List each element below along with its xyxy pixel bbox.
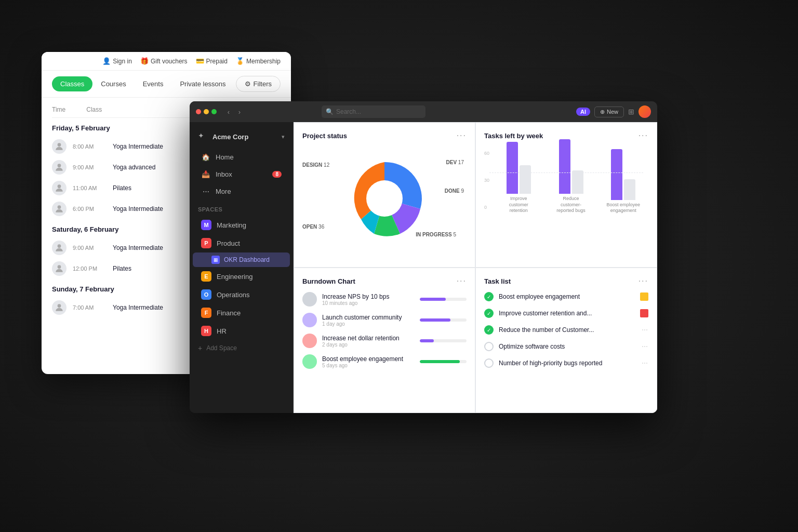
- gift-vouchers-label: Gift vouchers: [151, 58, 188, 65]
- finance-space-icon: F: [201, 308, 211, 318]
- ai-badge: AI: [576, 108, 590, 116]
- signin-item[interactable]: 👤 Sign in: [102, 57, 132, 65]
- task-check-done[interactable]: [484, 309, 494, 318]
- main-content: Project status ··· DESIGN 12 OPEN 36: [294, 122, 657, 413]
- minimize-dot[interactable]: [204, 109, 209, 114]
- avatar: [52, 300, 66, 315]
- class-time: 7:00 AM: [73, 304, 107, 311]
- panel-more-button[interactable]: ···: [639, 131, 648, 140]
- classes-tab[interactable]: Classes: [52, 76, 92, 91]
- progress-fill: [420, 360, 460, 363]
- plus-icon: +: [198, 344, 202, 352]
- signin-label: Sign in: [113, 58, 132, 65]
- membership-item[interactable]: 🏅 Membership: [236, 57, 281, 65]
- new-button[interactable]: ⊕ New: [594, 107, 624, 117]
- back-arrow[interactable]: ‹: [224, 107, 233, 116]
- sidebar-item-label: Finance: [217, 309, 241, 317]
- add-space-button[interactable]: + Add Space: [190, 340, 293, 356]
- bar-gray: [624, 179, 635, 200]
- marketing-space-icon: M: [201, 220, 211, 230]
- forward-arrow[interactable]: ›: [235, 107, 244, 116]
- user-avatar[interactable]: [639, 105, 651, 118]
- dashboard-grid: Project status ··· DESIGN 12 OPEN 36: [294, 122, 657, 413]
- open-label: OPEN 36: [302, 224, 324, 230]
- list-item[interactable]: Reduce the number of Customer... ⋯: [484, 325, 648, 335]
- class-time: 12:00 PM: [73, 265, 107, 272]
- task-name: Reduce the number of Customer...: [499, 326, 636, 334]
- search-bar[interactable]: 🔍 Search...: [322, 105, 425, 118]
- sidebar: ✦ Acme Corp ▾ 🏠 Home 📥 Inbox 8 ⋯ More Sp…: [190, 122, 294, 413]
- svg-point-3: [58, 205, 61, 209]
- task-options-icon[interactable]: ⋯: [642, 326, 648, 334]
- sidebar-item-more[interactable]: ⋯ More: [193, 183, 290, 200]
- close-dot[interactable]: [196, 109, 201, 114]
- list-item[interactable]: Increase NPS by 10 bps 10 minutes ago: [302, 292, 467, 307]
- task-list: Boost employee engagement Improve custom…: [484, 292, 648, 368]
- panel-title: Tasks left by week: [484, 132, 543, 140]
- progress-bar: [420, 339, 467, 342]
- filters-button[interactable]: ⚙ Filters: [236, 76, 281, 92]
- burndown-info: Boost employee engagement 5 days ago: [322, 355, 415, 368]
- panel-more-button[interactable]: ···: [457, 276, 467, 286]
- class-header: Class: [86, 106, 102, 113]
- list-item[interactable]: Boost employee engagement 5 days ago: [302, 354, 467, 369]
- project-status-panel: Project status ··· DESIGN 12 OPEN 36: [294, 122, 475, 268]
- burndown-time: 10 minutes ago: [322, 300, 415, 306]
- list-item[interactable]: Launch customer community 1 day ago: [302, 313, 467, 327]
- sidebar-item-okr-dashboard[interactable]: ▦ OKR Dashboard: [193, 252, 290, 267]
- svg-point-7: [366, 180, 403, 217]
- burndown-name: Increase NPS by 10 bps: [322, 293, 415, 300]
- org-switcher[interactable]: ✦ Acme Corp ▾: [190, 128, 293, 148]
- sidebar-item-engineering[interactable]: E Engineering: [193, 268, 290, 285]
- class-name: Pilates: [113, 265, 131, 272]
- sidebar-item-label: Engineering: [217, 273, 252, 281]
- panel-header: Task list ···: [484, 276, 648, 286]
- gift-vouchers-item[interactable]: 🎁 Gift vouchers: [140, 57, 188, 65]
- list-item[interactable]: Number of high-priority bugs reported ⋯: [484, 358, 648, 368]
- burndown-info: Increase net dollar retention 2 days ago: [322, 335, 415, 348]
- task-check-open[interactable]: [484, 342, 494, 351]
- titlebar-actions: AI ⊕ New ⊞: [576, 105, 651, 118]
- sidebar-item-hr[interactable]: H HR: [193, 322, 290, 340]
- task-options-icon[interactable]: ⋯: [642, 360, 648, 367]
- private-lessons-tab[interactable]: Private lessons: [171, 76, 234, 91]
- bar-group-1: Reduce customer-reported bugs: [550, 139, 592, 214]
- progress-bar: [420, 298, 467, 301]
- task-check-open[interactable]: [484, 358, 494, 368]
- avatar: [302, 354, 317, 369]
- prepaid-item[interactable]: 💳 Prepaid: [196, 57, 228, 65]
- task-options-icon[interactable]: ⋯: [642, 343, 648, 350]
- grid-icon[interactable]: ⊞: [628, 108, 634, 116]
- list-item[interactable]: Improve customer retention and...: [484, 309, 648, 318]
- org-name: Acme Corp: [212, 133, 248, 141]
- titlebar: ‹ › 🔍 Search... AI ⊕ New ⊞: [190, 101, 657, 122]
- panel-title: Project status: [302, 132, 347, 140]
- y-label-60: 60: [484, 151, 489, 156]
- svg-point-0: [58, 143, 61, 147]
- gridline: [489, 172, 643, 173]
- sidebar-item-label: HR: [217, 327, 227, 335]
- task-check-done[interactable]: [484, 292, 494, 301]
- list-item[interactable]: Increase net dollar retention 2 days ago: [302, 334, 467, 348]
- bar-gray: [572, 170, 583, 194]
- sidebar-item-home[interactable]: 🏠 Home: [193, 149, 290, 165]
- panel-more-button[interactable]: ···: [457, 131, 467, 140]
- task-check-done[interactable]: [484, 325, 494, 335]
- flag-red-icon: [640, 309, 648, 317]
- burndown-time: 1 day ago: [322, 321, 415, 327]
- sidebar-item-operations[interactable]: O Operations: [193, 286, 290, 303]
- sidebar-item-product[interactable]: P Product: [193, 234, 290, 252]
- events-tab[interactable]: Events: [135, 76, 172, 91]
- list-item[interactable]: Optimize software costs ⋯: [484, 342, 648, 351]
- maximize-dot[interactable]: [211, 109, 217, 114]
- courses-tab[interactable]: Courses: [92, 76, 134, 91]
- list-item[interactable]: Boost employee engagement: [484, 292, 648, 301]
- more-icon: ⋯: [201, 187, 210, 196]
- sidebar-item-finance[interactable]: F Finance: [193, 304, 290, 322]
- sidebar-item-marketing[interactable]: M Marketing: [193, 216, 290, 234]
- search-icon: 🔍: [326, 108, 334, 115]
- class-time: 8:00 AM: [73, 143, 107, 150]
- panel-more-button[interactable]: ···: [639, 276, 648, 286]
- class-time: 9:00 AM: [73, 164, 107, 170]
- sidebar-item-inbox[interactable]: 📥 Inbox 8: [193, 166, 290, 182]
